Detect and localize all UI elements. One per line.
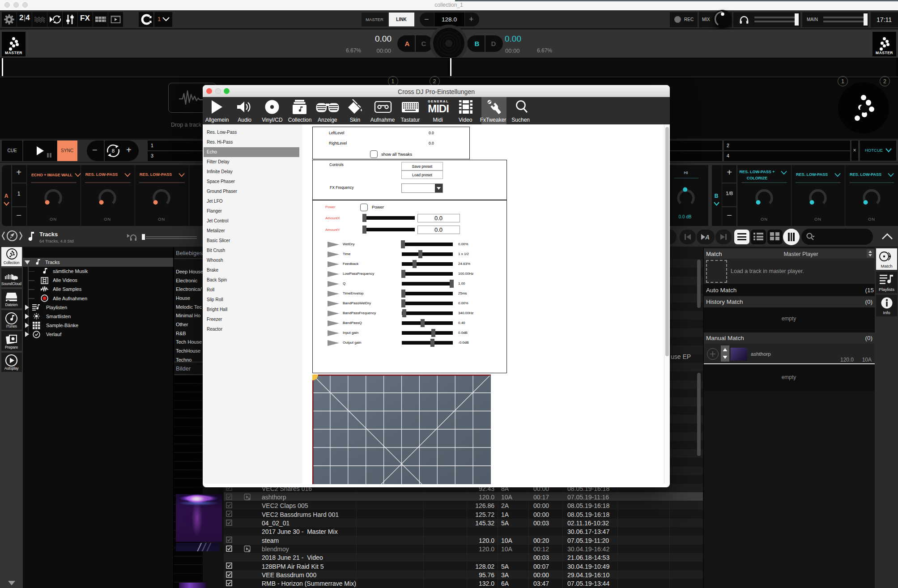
svg-text:8: 8 [112,148,115,153]
svg-text:A: A [705,234,710,241]
